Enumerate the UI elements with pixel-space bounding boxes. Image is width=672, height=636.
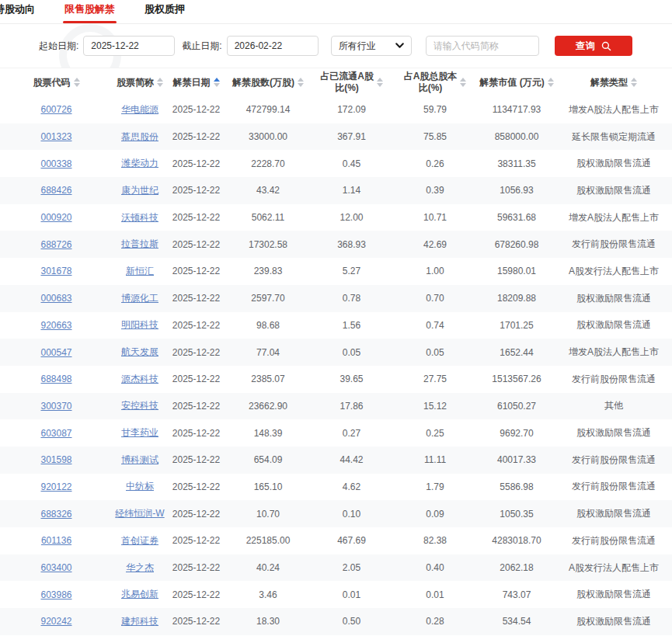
cell-value: 延长限售锁定期流通 xyxy=(572,131,656,142)
cell-value: 4.62 xyxy=(343,481,360,492)
stock-code-link[interactable]: 000683 xyxy=(40,293,71,304)
column-header-2[interactable]: 解禁日期 xyxy=(173,77,220,89)
cell-value: 59.79 xyxy=(423,104,447,115)
industry-select[interactable]: 所有行业 xyxy=(331,36,412,56)
column-header-4[interactable]: 占已流通A股比(%) xyxy=(320,71,383,94)
tab-1[interactable]: 限售股解禁 xyxy=(63,0,117,23)
query-button[interactable]: 查询 xyxy=(555,36,632,56)
stock-name-link[interactable]: 兆易创新 xyxy=(121,589,158,600)
column-header-7[interactable]: 解禁类型 xyxy=(590,77,637,89)
cell-value: 1701.25 xyxy=(500,320,533,331)
table-row: 688326经纬恒润-W2025-12-2210.700.100.091050.… xyxy=(0,500,672,527)
cell-value: 27.75 xyxy=(423,374,447,384)
stock-code-link[interactable]: 920122 xyxy=(40,481,71,492)
stock-name-link[interactable]: 华之杰 xyxy=(126,562,154,573)
sort-arrows-icon[interactable] xyxy=(157,78,163,87)
cell-value: 12.00 xyxy=(339,212,363,223)
chevron-down-icon xyxy=(395,43,404,49)
column-header-label: 解禁类型 xyxy=(590,77,628,89)
column-header-label: 占已流通A股比(%) xyxy=(320,71,374,94)
start-date-input[interactable] xyxy=(83,36,175,56)
cell-value: 38311.35 xyxy=(497,158,535,169)
stock-name-link[interactable]: 甘李药业 xyxy=(121,427,158,438)
stock-code-link[interactable]: 600726 xyxy=(40,104,71,115)
column-header-label: 解禁股数(万股) xyxy=(232,77,294,89)
cell-value: 33000.00 xyxy=(249,131,287,142)
stock-name-link[interactable]: 康为世纪 xyxy=(121,185,158,196)
stock-name-link[interactable]: 明阳科技 xyxy=(121,319,158,330)
cell-value: 2062.18 xyxy=(500,562,533,573)
stock-code-link[interactable]: 301678 xyxy=(40,266,71,276)
cell-value: 2025-12-22 xyxy=(172,266,220,276)
cell-value: 17.86 xyxy=(339,401,363,412)
stock-code-link[interactable]: 601136 xyxy=(41,535,71,546)
stock-name-link[interactable]: 新恒汇 xyxy=(126,266,154,276)
stock-code-link[interactable]: 301598 xyxy=(40,454,71,465)
column-header-5[interactable]: 占A股总股本比(%) xyxy=(404,71,467,94)
cell-value: 858000.00 xyxy=(495,131,539,142)
stock-name-link[interactable]: 博源化工 xyxy=(121,293,158,304)
stock-code-link[interactable]: 603087 xyxy=(40,428,71,439)
sort-arrows-icon[interactable] xyxy=(548,78,554,87)
cell-value: A股发行法人配售上市 xyxy=(569,266,659,276)
column-header-label: 解禁市值 (万元) xyxy=(479,77,544,89)
cell-value: 472799.14 xyxy=(246,104,291,115)
stock-code-link[interactable]: 920242 xyxy=(40,616,71,627)
stock-code-link[interactable]: 688426 xyxy=(40,185,71,196)
stock-code-link[interactable]: 603986 xyxy=(40,589,71,600)
stock-code-link[interactable]: 688326 xyxy=(40,509,71,520)
sort-arrows-icon[interactable] xyxy=(214,78,220,87)
cell-value: 2025-12-22 xyxy=(172,185,220,196)
stock-code-link[interactable]: 000547 xyxy=(40,347,71,358)
stock-code-link[interactable]: 001323 xyxy=(40,131,71,142)
cell-value: 2597.70 xyxy=(251,293,284,304)
stock-code-link[interactable]: 000338 xyxy=(40,158,71,169)
code-search-input[interactable] xyxy=(426,36,539,56)
stock-code-link[interactable]: 000920 xyxy=(40,212,71,223)
sort-arrows-icon[interactable] xyxy=(631,78,637,87)
cell-value: A股发行法人配售上市 xyxy=(569,562,659,573)
stock-code-link[interactable]: 300370 xyxy=(40,401,71,412)
tab-0[interactable]: 持股动向 xyxy=(0,0,37,23)
stock-name-link[interactable]: 源杰科技 xyxy=(121,374,158,384)
stock-name-link[interactable]: 沃顿科技 xyxy=(121,212,158,223)
cell-value: 678260.98 xyxy=(495,239,539,250)
sort-arrows-icon[interactable] xyxy=(377,78,383,87)
stock-name-link[interactable]: 潍柴动力 xyxy=(121,158,158,169)
stock-name-link[interactable]: 安控科技 xyxy=(121,400,158,411)
cell-value: 2385.07 xyxy=(251,374,284,384)
cell-value: 1050.35 xyxy=(500,509,533,520)
cell-value: 467.69 xyxy=(337,535,366,546)
column-header-1[interactable]: 股票简称 xyxy=(117,77,163,89)
sort-arrows-icon[interactable] xyxy=(74,78,80,87)
column-header-0[interactable]: 股票代码 xyxy=(33,77,80,89)
tab-2[interactable]: 股权质押 xyxy=(143,0,186,23)
stock-name-link[interactable]: 建邦科技 xyxy=(121,616,158,627)
stock-code-link[interactable]: 603400 xyxy=(40,562,71,573)
table-row: 000920沃顿科技2025-12-225062.1112.0010.71596… xyxy=(0,204,672,231)
stock-name-link[interactable]: 航天发展 xyxy=(121,346,158,357)
stock-name-link[interactable]: 中纺标 xyxy=(126,481,154,492)
cell-value: 534.54 xyxy=(503,616,531,627)
column-header-3[interactable]: 解禁股数(万股) xyxy=(232,77,304,89)
cell-value: 增发A股法人配售上市 xyxy=(569,212,659,223)
cell-value: 44.42 xyxy=(339,454,363,465)
stock-name-link[interactable]: 博科测试 xyxy=(121,454,158,465)
stock-code-link[interactable]: 920663 xyxy=(40,320,71,331)
stock-name-link[interactable]: 拉普拉斯 xyxy=(121,238,158,249)
stock-code-link[interactable]: 688726 xyxy=(40,239,71,250)
stock-name-link[interactable]: 经纬恒润-W xyxy=(115,508,164,519)
stock-name-link[interactable]: 首创证券 xyxy=(121,535,158,546)
cell-value: 发行前股份限售流通 xyxy=(572,238,656,249)
column-header-6[interactable]: 解禁市值 (万元) xyxy=(479,77,553,89)
sort-arrows-icon[interactable] xyxy=(460,78,466,87)
cell-value: 0.26 xyxy=(426,158,444,169)
cell-value: 40017.33 xyxy=(497,454,536,465)
sort-arrows-icon[interactable] xyxy=(298,78,304,87)
cell-value: 2.05 xyxy=(343,562,360,573)
stock-code-link[interactable]: 688498 xyxy=(40,374,71,384)
stock-name-link[interactable]: 慕思股份 xyxy=(121,131,158,142)
cell-value: 42.69 xyxy=(423,239,447,250)
stock-name-link[interactable]: 华电能源 xyxy=(121,104,158,115)
end-date-input[interactable] xyxy=(227,36,319,56)
